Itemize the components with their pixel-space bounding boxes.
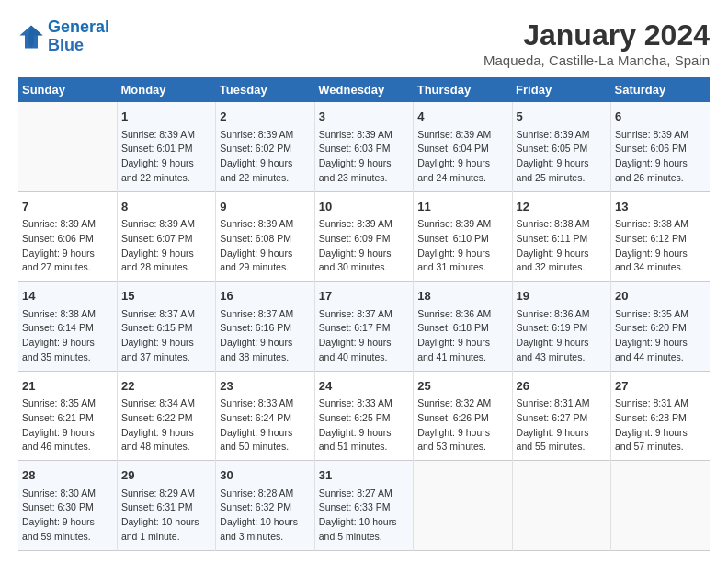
sunrise-text: Sunrise: 8:35 AM	[615, 307, 706, 322]
daylight-text: Daylight: 9 hours and 46 minutes.	[22, 426, 113, 455]
daylight-text: Daylight: 9 hours and 51 minutes.	[319, 426, 409, 455]
day-cell: 7Sunrise: 8:39 AMSunset: 6:06 PMDaylight…	[18, 191, 117, 282]
daylight-text: Daylight: 10 hours and 5 minutes.	[319, 515, 409, 545]
calendar-body: 1Sunrise: 8:39 AMSunset: 6:01 PMDaylight…	[18, 102, 710, 550]
sunset-text: Sunset: 6:07 PM	[121, 232, 211, 247]
day-cell	[512, 461, 610, 551]
day-number: 23	[220, 377, 310, 396]
daylight-text: Daylight: 9 hours and 35 minutes.	[22, 336, 113, 365]
sunset-text: Sunset: 6:19 PM	[517, 321, 607, 336]
sunset-text: Sunset: 6:01 PM	[121, 142, 211, 156]
daylight-text: Daylight: 9 hours and 27 minutes.	[22, 247, 113, 276]
sunrise-text: Sunrise: 8:39 AM	[319, 217, 409, 232]
day-cell: 26Sunrise: 8:31 AMSunset: 6:27 PMDayligh…	[512, 371, 610, 461]
sunrise-text: Sunrise: 8:39 AM	[121, 128, 211, 143]
week-row-5: 28Sunrise: 8:30 AMSunset: 6:30 PMDayligh…	[18, 461, 710, 551]
title-area: January 2024 Maqueda, Castille-La Mancha…	[483, 18, 710, 68]
day-number: 16	[220, 287, 310, 305]
day-number: 4	[417, 108, 507, 126]
day-cell: 24Sunrise: 8:33 AMSunset: 6:25 PMDayligh…	[314, 371, 413, 461]
sunrise-text: Sunrise: 8:33 AM	[220, 396, 310, 411]
daylight-text: Daylight: 9 hours and 50 minutes.	[220, 426, 310, 455]
sunset-text: Sunset: 6:28 PM	[615, 411, 706, 426]
sunrise-text: Sunrise: 8:39 AM	[220, 128, 310, 143]
header-cell-wednesday: Wednesday	[314, 77, 413, 102]
daylight-text: Daylight: 9 hours and 37 minutes.	[121, 336, 211, 365]
sunrise-text: Sunrise: 8:39 AM	[615, 128, 706, 143]
day-number: 17	[319, 287, 409, 305]
day-number: 1	[121, 108, 211, 126]
calendar-subtitle: Maqueda, Castille-La Mancha, Spain	[483, 52, 710, 68]
sunset-text: Sunset: 6:06 PM	[22, 232, 113, 247]
sunrise-text: Sunrise: 8:29 AM	[121, 487, 211, 501]
day-cell: 28Sunrise: 8:30 AMSunset: 6:30 PMDayligh…	[18, 461, 117, 551]
day-number: 22	[121, 377, 211, 396]
week-row-1: 1Sunrise: 8:39 AMSunset: 6:01 PMDaylight…	[18, 102, 710, 191]
day-number: 24	[319, 377, 409, 396]
logo: General Blue	[18, 18, 109, 55]
daylight-text: Daylight: 9 hours and 44 minutes.	[615, 336, 706, 365]
sunset-text: Sunset: 6:05 PM	[517, 142, 607, 156]
day-cell: 5Sunrise: 8:39 AMSunset: 6:05 PMDaylight…	[512, 102, 610, 191]
sunset-text: Sunset: 6:31 PM	[121, 500, 211, 515]
daylight-text: Daylight: 9 hours and 31 minutes.	[417, 247, 507, 276]
day-cell: 1Sunrise: 8:39 AMSunset: 6:01 PMDaylight…	[117, 102, 215, 191]
sunset-text: Sunset: 6:18 PM	[417, 321, 507, 336]
sunset-text: Sunset: 6:12 PM	[615, 232, 706, 247]
sunrise-text: Sunrise: 8:39 AM	[517, 128, 607, 143]
day-number: 13	[615, 198, 706, 216]
header-cell-monday: Monday	[117, 77, 215, 102]
day-cell: 21Sunrise: 8:35 AMSunset: 6:21 PMDayligh…	[18, 371, 117, 461]
day-cell: 15Sunrise: 8:37 AMSunset: 6:15 PMDayligh…	[117, 282, 215, 372]
day-number: 28	[22, 466, 113, 485]
sunset-text: Sunset: 6:33 PM	[319, 500, 409, 515]
sunrise-text: Sunrise: 8:27 AM	[319, 487, 409, 501]
daylight-text: Daylight: 9 hours and 26 minutes.	[615, 156, 706, 186]
day-number: 25	[417, 377, 507, 396]
sunrise-text: Sunrise: 8:38 AM	[22, 307, 113, 322]
sunset-text: Sunset: 6:32 PM	[220, 500, 310, 515]
sunrise-text: Sunrise: 8:39 AM	[220, 217, 310, 232]
sunrise-text: Sunrise: 8:38 AM	[615, 217, 706, 232]
sunset-text: Sunset: 6:11 PM	[517, 232, 607, 247]
daylight-text: Daylight: 9 hours and 41 minutes.	[417, 336, 507, 365]
day-cell: 27Sunrise: 8:31 AMSunset: 6:28 PMDayligh…	[611, 371, 710, 461]
sunset-text: Sunset: 6:16 PM	[220, 321, 310, 336]
header-cell-tuesday: Tuesday	[216, 77, 314, 102]
day-number: 18	[417, 287, 507, 305]
day-number: 15	[121, 287, 211, 305]
daylight-text: Daylight: 9 hours and 34 minutes.	[615, 247, 706, 276]
day-cell: 31Sunrise: 8:27 AMSunset: 6:33 PMDayligh…	[314, 461, 413, 551]
day-number: 9	[220, 198, 310, 216]
day-number: 12	[517, 198, 607, 216]
day-number: 19	[517, 287, 607, 305]
day-cell	[611, 461, 710, 551]
sunrise-text: Sunrise: 8:37 AM	[319, 307, 409, 322]
daylight-text: Daylight: 9 hours and 38 minutes.	[220, 336, 310, 365]
sunrise-text: Sunrise: 8:33 AM	[319, 396, 409, 411]
daylight-text: Daylight: 9 hours and 28 minutes.	[121, 247, 211, 276]
daylight-text: Daylight: 9 hours and 22 minutes.	[121, 156, 211, 186]
day-cell: 17Sunrise: 8:37 AMSunset: 6:17 PMDayligh…	[314, 282, 413, 372]
day-cell: 29Sunrise: 8:29 AMSunset: 6:31 PMDayligh…	[117, 461, 215, 551]
header-cell-sunday: Sunday	[18, 77, 117, 102]
day-cell: 10Sunrise: 8:39 AMSunset: 6:09 PMDayligh…	[314, 191, 413, 282]
day-cell: 11Sunrise: 8:39 AMSunset: 6:10 PMDayligh…	[414, 191, 512, 282]
day-cell: 13Sunrise: 8:38 AMSunset: 6:12 PMDayligh…	[611, 191, 710, 282]
day-cell: 16Sunrise: 8:37 AMSunset: 6:16 PMDayligh…	[216, 282, 314, 372]
day-cell: 3Sunrise: 8:39 AMSunset: 6:03 PMDaylight…	[314, 102, 413, 191]
daylight-text: Daylight: 9 hours and 57 minutes.	[615, 426, 706, 455]
day-number: 29	[121, 466, 211, 485]
daylight-text: Daylight: 9 hours and 25 minutes.	[517, 156, 607, 186]
daylight-text: Daylight: 9 hours and 55 minutes.	[517, 426, 607, 455]
logo-text: General Blue	[48, 18, 109, 55]
day-number: 26	[517, 377, 607, 396]
sunrise-text: Sunrise: 8:30 AM	[22, 487, 113, 501]
logo-icon	[18, 24, 44, 50]
sunrise-text: Sunrise: 8:37 AM	[121, 307, 211, 322]
day-cell: 14Sunrise: 8:38 AMSunset: 6:14 PMDayligh…	[18, 282, 117, 372]
sunset-text: Sunset: 6:09 PM	[319, 232, 409, 247]
daylight-text: Daylight: 9 hours and 48 minutes.	[121, 426, 211, 455]
sunset-text: Sunset: 6:17 PM	[319, 321, 409, 336]
calendar-table: SundayMondayTuesdayWednesdayThursdayFrid…	[18, 77, 710, 551]
